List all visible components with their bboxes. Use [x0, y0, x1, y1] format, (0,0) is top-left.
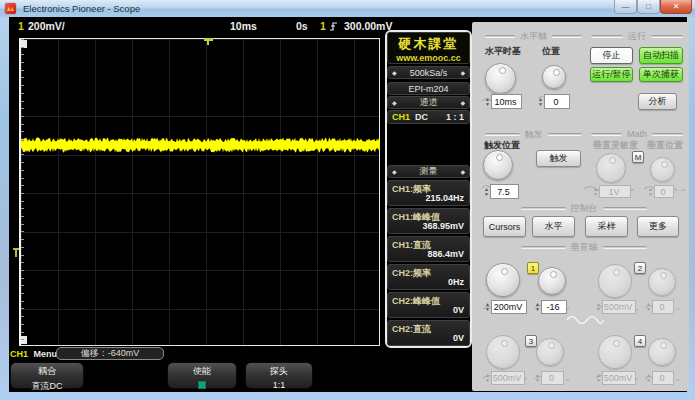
trigger-button[interactable]: 触发: [536, 150, 581, 167]
trigger-position-spinner[interactable]: ▲▼ 7.5: [483, 184, 519, 199]
timebase-spinner[interactable]: ▲▼ 10ms: [484, 94, 522, 109]
enable-button[interactable]: 使能: [167, 362, 237, 389]
measurement-label: CH2:直流: [392, 323, 431, 336]
ch4-position-value: 0: [652, 371, 674, 385]
enable-indicator-icon: [198, 381, 206, 389]
ch1-badge[interactable]: 1: [527, 262, 539, 274]
ch4-badge[interactable]: 4: [634, 335, 646, 347]
stop-button[interactable]: 停止: [590, 47, 633, 64]
ch2-scale-spinner[interactable]: ▲▼ 500mV: [595, 300, 636, 314]
math-sensitivity-knob[interactable]: [596, 153, 626, 183]
trigger-source-number: 1: [320, 20, 326, 32]
coupling-button[interactable]: 耦合 直流DC: [10, 362, 84, 389]
channel-status-row[interactable]: CH1 DC 1 : 1: [387, 110, 470, 124]
ch1-scale-spinner[interactable]: ▲▼ 200mV: [484, 300, 527, 314]
trigger-position-marker[interactable]: [204, 38, 213, 41]
next-channel-icon[interactable]: ◆: [460, 99, 465, 106]
minimize-button[interactable]: —: [614, 0, 637, 14]
ch2-scale-knob[interactable]: [598, 264, 632, 298]
math-position-spinner[interactable]: ▲▼ 0: [647, 185, 674, 198]
horizontal-button[interactable]: 水平: [532, 216, 575, 237]
measurement-ch1-vpp: CH1:峰峰值 368.95mV: [387, 208, 470, 234]
run-pause-button[interactable]: 运行/暂停: [590, 67, 633, 82]
increase-rate-icon[interactable]: ◆: [460, 69, 465, 76]
h-position-spinner[interactable]: ▲▼ 0: [537, 94, 570, 109]
measure-right-icon[interactable]: ◆: [460, 168, 465, 175]
menu-label: Menu: [34, 349, 58, 359]
trigger-position-knob[interactable]: [483, 150, 513, 180]
timebase-readout: 10ms: [230, 20, 257, 32]
ch2-position-knob[interactable]: [648, 268, 676, 296]
math-badge: M: [632, 151, 644, 163]
measurement-ch1-freq: CH1:频率 215.04Hz: [387, 180, 470, 206]
timebase-knob[interactable]: [485, 63, 516, 94]
sample-rate-row[interactable]: ◆ 500kSa/s ◆: [387, 66, 470, 79]
ch1-position-knob[interactable]: [538, 267, 566, 295]
h-position-knob[interactable]: [542, 65, 566, 89]
math-position-value: 0: [654, 185, 674, 198]
maximize-button[interactable]: □: [637, 0, 660, 14]
channel-header-label: 通道: [420, 96, 438, 109]
ch3-position-knob[interactable]: [536, 338, 564, 366]
title-bar[interactable]: Electronics Pioneer - Scope — □ ✕: [0, 0, 695, 17]
ch4-position-spinner[interactable]: ▲▼ 0: [645, 371, 674, 385]
ch1-scale-knob[interactable]: [486, 263, 520, 297]
sample-button[interactable]: 采样: [585, 216, 628, 237]
probe-button[interactable]: 探头 1:1: [245, 362, 313, 389]
ch1-offset-marker[interactable]: [13, 248, 19, 250]
measurement-ch2-dc: CH2:直流 0V: [387, 320, 470, 346]
ch3-scale-knob[interactable]: [486, 335, 520, 369]
ch1-position-value: -16: [541, 300, 567, 314]
math-sensitivity-spinner[interactable]: ▲▼ 1V: [592, 185, 631, 198]
ch3-position-value: 0: [541, 371, 564, 385]
math-sensitivity-label: 垂直灵敏度: [593, 139, 638, 152]
measurement-ch2-vpp: CH2:峰峰值 0V: [387, 292, 470, 318]
ch1-scale-value: 200mV: [491, 300, 527, 314]
app-logo-icon: [5, 3, 16, 14]
ch3-badge[interactable]: 3: [525, 335, 537, 347]
math-section-header: Math: [591, 130, 683, 138]
scope-display[interactable]: [19, 38, 380, 346]
ch2-badge[interactable]: 2: [634, 262, 646, 274]
ch3-scale-spinner[interactable]: ▲▼ 500mV: [484, 371, 525, 385]
channel-coupling: DC: [415, 112, 428, 122]
measurement-label: CH1:直流: [392, 239, 431, 252]
measure-left-icon[interactable]: ◆: [392, 168, 397, 175]
main-client-area: 1 200mV/ 10ms 0s 1 300.00mV 硬木課堂 www.emo…: [9, 17, 687, 392]
probe-value: 1:1: [246, 380, 312, 390]
sample-rate-value: 500kSa/s: [410, 68, 448, 78]
channel-header-row[interactable]: ◆ 通道 ◆: [387, 96, 470, 109]
ch2-position-spinner[interactable]: ▲▼ 0: [645, 300, 674, 314]
measurement-value: 886.4mV: [427, 249, 464, 259]
auto-scan-button[interactable]: 自动扫描: [639, 47, 683, 64]
close-button[interactable]: ✕: [660, 0, 692, 14]
brand-logo: 硬木課堂 www.emooc.cc: [387, 32, 470, 64]
prev-channel-icon[interactable]: ◆: [392, 99, 397, 106]
channel-probe-ratio: 1 : 1: [446, 112, 464, 122]
probe-label: 探头: [246, 365, 312, 378]
scope-sidebar: 硬木課堂 www.emooc.cc ◆ 500kSa/s ◆ EPI-m204 …: [385, 30, 472, 348]
ch1-number: 1: [18, 20, 24, 32]
measurement-label: CH2:频率: [392, 267, 431, 280]
single-capture-button[interactable]: 单次捕获: [639, 67, 683, 82]
channel-name: CH1: [392, 112, 410, 122]
ch3-position-spinner[interactable]: ▲▼ 0: [534, 371, 564, 385]
more-button[interactable]: 更多: [637, 216, 679, 237]
console-section-header: 控制台: [521, 204, 647, 212]
ch4-scale-spinner[interactable]: ▲▼ 500mV: [595, 371, 636, 385]
ch4-position-knob[interactable]: [648, 338, 676, 366]
analyze-button[interactable]: 分析: [638, 93, 677, 110]
math-position-knob[interactable]: [650, 157, 675, 182]
channel-menu-title: CH1 Menu: [10, 349, 57, 359]
ch1-scale-readout: 200mV/: [28, 20, 65, 32]
ch1-position-spinner[interactable]: ▲▼ -16: [534, 300, 567, 314]
ch1-trace: [21, 39, 380, 345]
decrease-rate-icon[interactable]: ◆: [392, 69, 397, 76]
measure-header-row[interactable]: ◆ 测量 ◆: [387, 165, 470, 178]
ch4-scale-knob[interactable]: [598, 335, 632, 369]
offset-value: 偏移：-640mV: [81, 347, 140, 360]
measurement-value: 0Hz: [448, 277, 464, 287]
ch2-position-value: 0: [652, 300, 674, 314]
cursors-button[interactable]: Cursors: [483, 216, 526, 237]
trigger-section-header: 触发: [485, 130, 582, 138]
